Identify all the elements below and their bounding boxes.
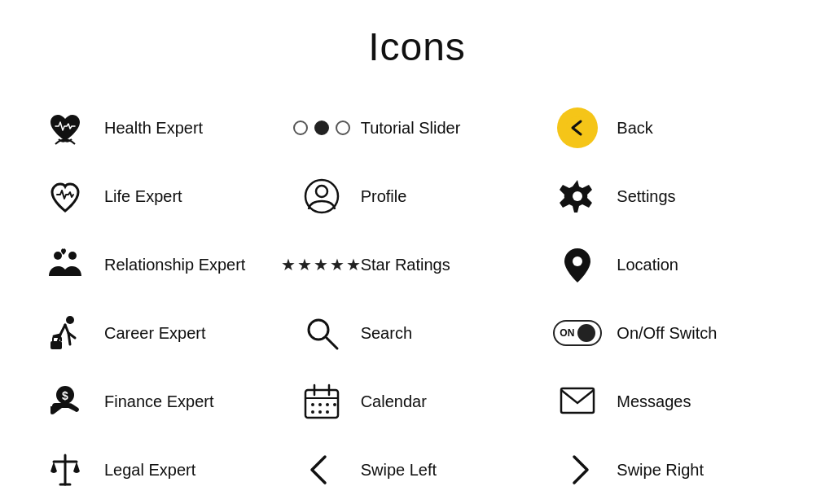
messages-icon bbox=[553, 377, 602, 426]
list-item: Back bbox=[545, 94, 801, 162]
list-item: Career Expert bbox=[33, 299, 289, 367]
svg-point-24 bbox=[566, 116, 589, 139]
finance-expert-label: Finance Expert bbox=[104, 392, 214, 411]
career-expert-icon bbox=[41, 309, 90, 357]
list-item: Search bbox=[289, 299, 546, 367]
svg-line-12 bbox=[327, 338, 337, 348]
dot-2 bbox=[314, 121, 329, 135]
finance-expert-icon: $ bbox=[41, 377, 90, 426]
list-item: Health Expert bbox=[33, 94, 289, 162]
svg-point-26 bbox=[573, 191, 582, 201]
col1: Health Expert Life Expert bbox=[33, 94, 289, 504]
profile-label: Profile bbox=[361, 187, 407, 206]
life-expert-icon bbox=[41, 172, 90, 221]
svg-point-2 bbox=[66, 316, 74, 324]
list-item: Location bbox=[545, 230, 801, 299]
list-item: Legal Expert bbox=[33, 436, 289, 504]
toggle-on-text: ON bbox=[560, 327, 574, 339]
col3: Back Settings Location bbox=[545, 94, 801, 504]
toggle-knob bbox=[577, 324, 595, 342]
svg-point-10 bbox=[316, 186, 327, 197]
stars-display: ★★★★★ bbox=[281, 255, 362, 274]
svg-point-18 bbox=[318, 403, 322, 406]
swipe-right-icon bbox=[553, 445, 602, 494]
svg-point-27 bbox=[573, 256, 582, 266]
star-ratings-label: Star Ratings bbox=[361, 256, 450, 274]
icons-grid: Health Expert Life Expert bbox=[0, 85, 834, 504]
list-item: Relationship Expert bbox=[33, 230, 289, 299]
star-ratings-icon: ★★★★★ bbox=[297, 240, 346, 289]
profile-icon bbox=[297, 172, 346, 221]
health-expert-icon bbox=[41, 103, 90, 152]
list-item: Swipe Right bbox=[545, 436, 801, 504]
health-expert-label: Health Expert bbox=[104, 119, 203, 138]
legal-expert-label: Legal Expert bbox=[104, 461, 195, 480]
list-item: Calendar bbox=[289, 367, 546, 436]
svg-point-17 bbox=[311, 403, 314, 406]
legal-expert-icon bbox=[41, 445, 90, 494]
career-expert-label: Career Expert bbox=[104, 324, 206, 343]
col2: Tutorial Slider Profile ★★★★★ Star Ratin… bbox=[289, 94, 546, 504]
messages-label: Messages bbox=[617, 392, 691, 411]
settings-icon bbox=[553, 172, 602, 221]
svg-point-22 bbox=[318, 410, 322, 414]
svg-point-20 bbox=[333, 403, 336, 406]
svg-point-23 bbox=[326, 410, 329, 414]
back-icon bbox=[553, 103, 602, 152]
list-item: Messages bbox=[545, 367, 801, 436]
swipe-right-label: Swipe Right bbox=[617, 461, 704, 480]
list-item: ★★★★★ Star Ratings bbox=[289, 230, 546, 299]
svg-point-1 bbox=[68, 252, 77, 260]
search-icon bbox=[297, 309, 346, 357]
swipe-left-label: Swipe Left bbox=[361, 461, 437, 480]
list-item: ON On/Off Switch bbox=[545, 299, 801, 367]
location-label: Location bbox=[617, 256, 678, 274]
list-item: Swipe Left bbox=[289, 436, 546, 504]
svg-point-21 bbox=[311, 410, 314, 414]
page-title: Icons bbox=[0, 0, 834, 85]
location-icon bbox=[553, 240, 602, 289]
onoff-switch-label: On/Off Switch bbox=[617, 324, 717, 343]
list-item: Profile bbox=[289, 162, 546, 230]
dot-1 bbox=[293, 121, 308, 135]
relationship-expert-label: Relationship Expert bbox=[104, 256, 245, 274]
onoff-switch-icon: ON bbox=[553, 309, 602, 357]
life-expert-label: Life Expert bbox=[104, 187, 182, 206]
svg-text:$: $ bbox=[62, 389, 68, 402]
svg-rect-28 bbox=[561, 388, 594, 413]
list-item: Life Expert bbox=[33, 162, 289, 230]
tutorial-slider-label: Tutorial Slider bbox=[361, 119, 461, 138]
list-item: Tutorial Slider bbox=[289, 94, 546, 162]
calendar-icon bbox=[297, 377, 346, 426]
settings-label: Settings bbox=[617, 187, 675, 206]
svg-point-11 bbox=[309, 320, 328, 340]
svg-rect-13 bbox=[305, 390, 338, 418]
list-item: $ Finance Expert bbox=[33, 367, 289, 436]
search-label: Search bbox=[361, 324, 412, 343]
swipe-left-icon bbox=[297, 445, 346, 494]
svg-point-0 bbox=[54, 252, 62, 260]
svg-rect-3 bbox=[50, 341, 62, 349]
list-item: Settings bbox=[545, 162, 801, 230]
calendar-label: Calendar bbox=[361, 392, 427, 411]
dot-3 bbox=[336, 121, 350, 135]
back-label: Back bbox=[617, 119, 652, 138]
svg-point-19 bbox=[326, 403, 329, 406]
tutorial-slider-icon bbox=[297, 103, 346, 152]
relationship-expert-icon bbox=[41, 240, 90, 289]
